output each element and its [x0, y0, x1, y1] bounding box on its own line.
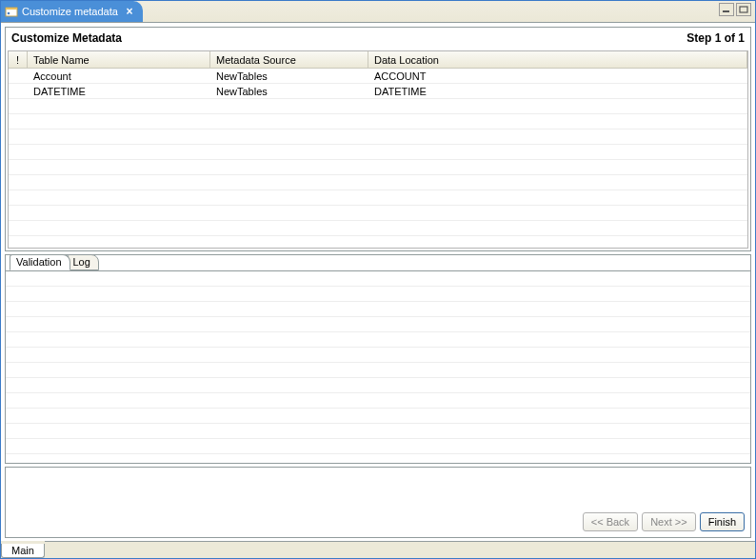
footer-panel: << Back Next >> Finish — [5, 467, 751, 538]
svg-rect-4 — [740, 7, 747, 12]
cell-metadata-source — [210, 160, 368, 174]
cell-data-location — [368, 160, 747, 174]
cell-metadata-source — [210, 145, 368, 159]
cell-data-location — [368, 130, 747, 144]
cell-status — [9, 175, 28, 190]
log-content[interactable] — [6, 270, 750, 463]
cell-status — [9, 99, 28, 113]
metadata-table[interactable]: ! Table Name Metadata Source Data Locati… — [8, 50, 748, 249]
cell-status — [9, 69, 28, 83]
cell-data-location — [368, 221, 747, 235]
cell-data-location: ACCOUNT — [368, 69, 747, 83]
cell-metadata-source — [210, 130, 368, 144]
table-row[interactable] — [9, 175, 747, 190]
maximize-button[interactable] — [736, 3, 751, 16]
cell-table-name — [28, 145, 210, 159]
tab-close-button[interactable]: × — [124, 6, 135, 17]
cell-table-name — [28, 236, 210, 249]
cell-data-location — [368, 99, 747, 113]
app-window: Customize metadata × Customize Metadata … — [0, 0, 756, 559]
cell-table-name — [28, 206, 210, 220]
col-header-table-name[interactable]: Table Name — [28, 51, 210, 68]
cell-table-name — [28, 130, 210, 144]
cell-table-name: Account — [28, 69, 210, 83]
tabstrip-line — [45, 541, 755, 542]
cell-table-name — [28, 114, 210, 129]
cell-data-location: DATETIME — [368, 84, 747, 98]
cell-data-location — [368, 175, 747, 190]
tab-main[interactable]: Main — [1, 544, 45, 558]
svg-rect-1 — [6, 8, 17, 10]
table-row[interactable]: DATETIMENewTablesDATETIME — [9, 84, 747, 99]
cell-data-location — [368, 114, 747, 129]
cell-table-name — [28, 99, 210, 113]
cell-status — [9, 190, 28, 205]
cell-metadata-source — [210, 114, 368, 129]
cell-metadata-source — [210, 175, 368, 190]
cell-data-location — [368, 206, 747, 220]
tab-validation[interactable]: Validation — [10, 254, 70, 270]
cell-metadata-source — [210, 206, 368, 220]
col-header-status[interactable]: ! — [9, 51, 28, 68]
window-controls — [719, 3, 751, 16]
log-panel: Validation Log — [5, 254, 751, 464]
table-row[interactable] — [9, 145, 747, 160]
cell-metadata-source: NewTables — [210, 69, 368, 83]
table-row[interactable]: AccountNewTablesACCOUNT — [9, 69, 747, 84]
svg-point-2 — [8, 12, 10, 15]
content-area: Customize Metadata Step 1 of 1 ! Table N… — [1, 22, 755, 542]
table-header: ! Table Name Metadata Source Data Locati… — [9, 51, 747, 69]
bottom-tabstrip: Main — [1, 541, 755, 558]
table-row[interactable] — [9, 130, 747, 145]
cell-status — [9, 206, 28, 220]
cell-status — [9, 236, 28, 249]
cell-status — [9, 84, 28, 98]
table-row[interactable] — [9, 160, 747, 175]
tab-log[interactable]: Log — [67, 254, 99, 270]
col-header-data-location[interactable]: Data Location — [368, 51, 747, 68]
back-button[interactable]: << Back — [583, 512, 638, 531]
cell-table-name — [28, 190, 210, 205]
window-title: Customize metadata — [22, 6, 118, 17]
cell-table-name — [28, 175, 210, 190]
cell-metadata-source — [210, 99, 368, 113]
step-indicator: Step 1 of 1 — [686, 31, 745, 45]
metadata-panel: Customize Metadata Step 1 of 1 ! Table N… — [5, 27, 751, 251]
cell-metadata-source — [210, 236, 368, 249]
table-row[interactable] — [9, 221, 747, 236]
cell-table-name: DATETIME — [28, 84, 210, 98]
cell-data-location — [368, 190, 747, 205]
finish-button[interactable]: Finish — [700, 512, 745, 531]
table-row[interactable] — [9, 114, 747, 130]
page-title: Customize Metadata — [11, 31, 122, 45]
cell-metadata-source — [210, 190, 368, 205]
log-tabs: Validation Log — [10, 254, 99, 270]
cell-status — [9, 145, 28, 159]
col-header-metadata-source[interactable]: Metadata Source — [210, 51, 368, 68]
cell-table-name — [28, 160, 210, 174]
wizard-icon — [5, 5, 18, 18]
cell-table-name — [28, 221, 210, 235]
cell-metadata-source: NewTables — [210, 84, 368, 98]
next-button[interactable]: Next >> — [642, 512, 696, 531]
table-row[interactable] — [9, 206, 747, 221]
svg-rect-3 — [723, 10, 729, 12]
titlebar: Customize metadata × — [1, 1, 755, 22]
wizard-buttons: << Back Next >> Finish — [583, 512, 745, 531]
cell-data-location — [368, 236, 747, 249]
table-row[interactable] — [9, 236, 747, 249]
cell-status — [9, 114, 28, 129]
table-row[interactable] — [9, 190, 747, 206]
cell-status — [9, 130, 28, 144]
cell-metadata-source — [210, 221, 368, 235]
table-row[interactable] — [9, 99, 747, 114]
panel-header: Customize Metadata Step 1 of 1 — [6, 28, 750, 49]
cell-data-location — [368, 145, 747, 159]
cell-status — [9, 221, 28, 235]
minimize-button[interactable] — [719, 3, 734, 16]
title-tab[interactable]: Customize metadata × — [1, 1, 143, 22]
cell-status — [9, 160, 28, 174]
table-body: AccountNewTablesACCOUNTDATETIMENewTables… — [9, 69, 747, 249]
